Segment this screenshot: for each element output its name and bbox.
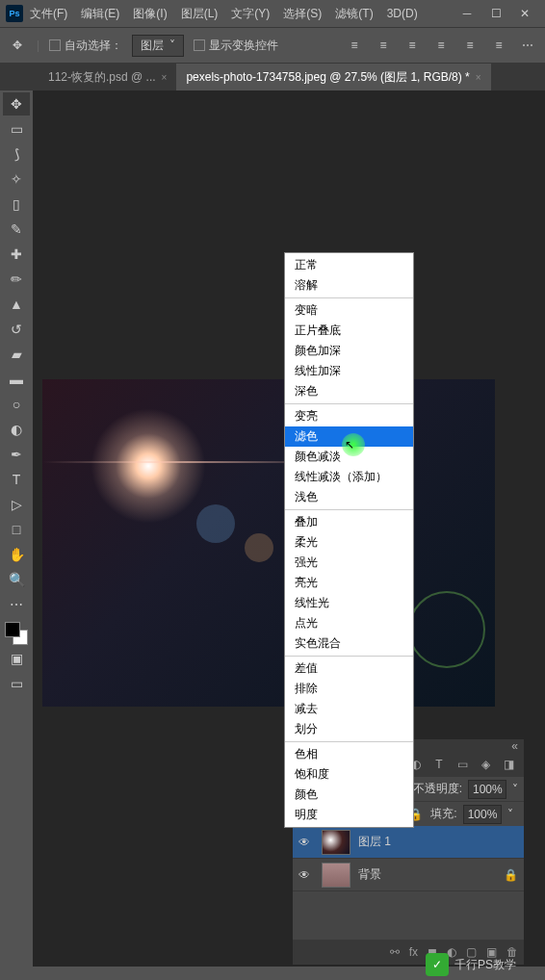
quick-mask-tool[interactable]: ▣ xyxy=(3,647,30,670)
opacity-label: 不透明度: xyxy=(413,781,462,797)
flare-orb xyxy=(245,533,273,562)
align-icon[interactable]: ≡ xyxy=(374,36,393,55)
history-brush-tool[interactable]: ↺ xyxy=(3,318,30,341)
close-icon[interactable]: × xyxy=(476,72,481,83)
filter-shape-icon[interactable]: ▭ xyxy=(453,755,472,774)
crop-tool[interactable]: ▯ xyxy=(3,193,30,216)
menu-layer[interactable]: 图层(L) xyxy=(174,6,225,22)
minimize-button[interactable]: ─ xyxy=(453,4,481,23)
blend-mode-item[interactable]: 变暗 xyxy=(285,300,413,321)
stamp-tool[interactable]: ▲ xyxy=(3,293,30,316)
blend-mode-item[interactable]: 颜色加深 xyxy=(285,341,413,361)
blend-mode-item[interactable]: 线性减淡（添加） xyxy=(285,467,413,487)
blend-mode-item[interactable]: 点光 xyxy=(285,613,413,633)
type-tool[interactable]: T xyxy=(3,468,30,491)
dodge-tool[interactable]: ◐ xyxy=(3,418,30,441)
layer-thumbnail[interactable] xyxy=(322,830,350,855)
show-transform-checkbox[interactable]: 显示变换控件 xyxy=(194,38,278,54)
chevron-down-icon[interactable]: ˅ xyxy=(507,808,513,821)
layer-item[interactable]: 👁 背景 🔒 xyxy=(293,859,524,891)
visibility-icon[interactable]: 👁 xyxy=(298,868,314,882)
marquee-tool[interactable]: ▭ xyxy=(3,117,30,141)
menu-filter[interactable]: 滤镜(T) xyxy=(328,6,379,22)
watermark: ✓ 千行PS教学 xyxy=(426,953,516,976)
rectangle-tool[interactable]: □ xyxy=(3,518,30,541)
layer-name[interactable]: 背景 xyxy=(358,866,381,883)
blend-mode-item[interactable]: 亮光 xyxy=(285,573,413,593)
eraser-tool[interactable]: ▰ xyxy=(3,343,30,366)
align-icon[interactable]: ≡ xyxy=(431,36,451,55)
lasso-tool[interactable]: ⟆ xyxy=(3,142,30,166)
tab-active[interactable]: pexels-photo-1734758.jpeg @ 27.5% (图层 1,… xyxy=(176,64,490,90)
blend-mode-item[interactable]: 变亮 xyxy=(285,406,413,426)
layer-thumbnail[interactable] xyxy=(322,863,350,888)
color-swatch[interactable] xyxy=(5,622,28,645)
filter-smart-icon[interactable]: ◈ xyxy=(476,755,495,774)
blend-mode-item[interactable]: 强光 xyxy=(285,553,413,573)
blend-mode-item[interactable]: 线性加深 xyxy=(285,361,413,381)
blend-mode-item[interactable]: 饱和度 xyxy=(285,764,413,785)
fill-input[interactable]: 100% xyxy=(463,805,502,824)
align-icon[interactable]: ≡ xyxy=(345,36,364,55)
brush-tool[interactable]: ✏ xyxy=(3,268,30,291)
blend-mode-item[interactable]: 溶解 xyxy=(285,275,413,296)
pen-tool[interactable]: ✒ xyxy=(3,443,30,466)
blend-mode-item[interactable]: 浅色 xyxy=(285,487,413,507)
opacity-input[interactable]: 100% xyxy=(468,780,506,799)
blend-mode-item[interactable]: 颜色 xyxy=(285,785,413,805)
align-icon[interactable]: ≡ xyxy=(489,36,508,55)
hand-tool[interactable]: ✋ xyxy=(3,543,30,566)
blend-mode-item[interactable]: 色相 xyxy=(285,744,413,764)
move-tool-icon: ✥ xyxy=(8,36,27,55)
auto-select-target-dropdown[interactable]: 图层˅ xyxy=(132,35,184,57)
eyedropper-tool[interactable]: ✎ xyxy=(3,218,30,241)
menu-file[interactable]: 文件(F) xyxy=(23,6,74,22)
filter-type-icon[interactable]: T xyxy=(429,755,449,774)
path-select-tool[interactable]: ▷ xyxy=(3,493,30,516)
close-icon[interactable]: × xyxy=(162,72,168,83)
blend-mode-item[interactable]: 叠加 xyxy=(285,512,413,532)
menu-3d[interactable]: 3D(D) xyxy=(380,7,425,20)
menu-edit[interactable]: 编辑(E) xyxy=(74,6,126,22)
edit-toolbar[interactable]: ⋯ xyxy=(3,593,30,616)
tab-inactive[interactable]: 112-恢复的.psd @ ...× xyxy=(39,64,176,90)
magic-wand-tool[interactable]: ✧ xyxy=(3,168,30,191)
flare-orb xyxy=(196,504,235,543)
move-tool[interactable]: ✥ xyxy=(3,92,30,116)
menu-image[interactable]: 图像(I) xyxy=(126,6,173,22)
align-icon[interactable]: ≡ xyxy=(402,36,422,55)
blend-mode-item[interactable]: 差值 xyxy=(285,658,413,679)
blend-mode-item[interactable]: 正常 xyxy=(285,255,413,275)
blend-mode-item[interactable]: 深色 xyxy=(285,381,413,401)
blend-mode-item[interactable]: 线性光 xyxy=(285,593,413,613)
menu-type[interactable]: 文字(Y) xyxy=(224,6,276,22)
auto-select-checkbox[interactable]: 自动选择： xyxy=(49,38,122,54)
blend-mode-item[interactable]: 划分 xyxy=(285,719,413,739)
align-icon[interactable]: ≡ xyxy=(460,36,480,55)
filter-toggle-icon[interactable]: ◨ xyxy=(499,755,518,774)
visibility-icon[interactable]: 👁 xyxy=(298,836,314,849)
blend-mode-item[interactable]: 正片叠底 xyxy=(285,321,413,341)
blur-tool[interactable]: ○ xyxy=(3,393,30,416)
layer-item[interactable]: 👁 图层 1 xyxy=(293,826,524,859)
lock-icon[interactable]: 🔒 xyxy=(504,868,518,882)
layer-name[interactable]: 图层 1 xyxy=(358,834,391,850)
fill-label: 填充: xyxy=(430,806,456,822)
app-logo: Ps xyxy=(6,5,23,22)
fx-icon[interactable]: fx xyxy=(409,945,418,959)
more-icon[interactable]: ⋯ xyxy=(518,36,537,55)
close-button[interactable]: ✕ xyxy=(510,4,539,23)
blend-mode-item[interactable]: 柔光 xyxy=(285,532,413,553)
blend-mode-item[interactable]: 明度 xyxy=(285,805,413,825)
link-icon[interactable]: ⚯ xyxy=(390,945,400,959)
blend-mode-item[interactable]: 减去 xyxy=(285,699,413,719)
zoom-tool[interactable]: 🔍 xyxy=(3,568,30,591)
chevron-down-icon[interactable]: ˅ xyxy=(512,783,518,796)
blend-mode-item[interactable]: 实色混合 xyxy=(285,633,413,654)
healing-tool[interactable]: ✚ xyxy=(3,243,30,266)
blend-mode-item[interactable]: 排除 xyxy=(285,679,413,699)
screen-mode-tool[interactable]: ▭ xyxy=(3,672,30,695)
gradient-tool[interactable]: ▬ xyxy=(3,368,30,391)
maximize-button[interactable]: ☐ xyxy=(481,4,510,23)
menu-select[interactable]: 选择(S) xyxy=(276,6,328,22)
